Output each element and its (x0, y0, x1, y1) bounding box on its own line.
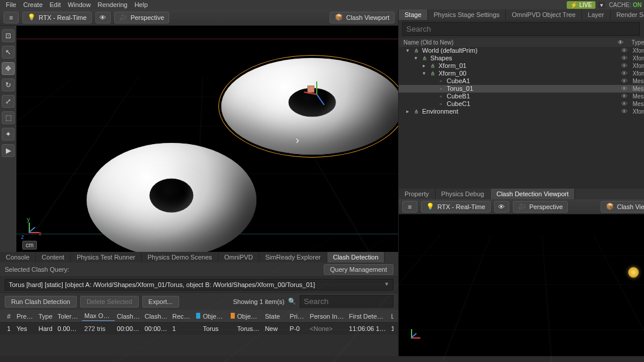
tool-play[interactable]: ▶ (2, 144, 15, 157)
cvp-eye-button[interactable] (494, 201, 509, 213)
visibility-icon[interactable]: 👁 (619, 54, 631, 62)
tree-row-xform-01[interactable]: ▸⋔Xform_01👁Xform (399, 62, 644, 70)
tree-twisty-icon[interactable]: ▾ (405, 47, 410, 54)
visibility-icon[interactable]: 👁 (619, 62, 631, 70)
tree-twisty-icon[interactable]: ▾ (421, 70, 427, 77)
cell-overlaps: 272 tris (82, 324, 115, 333)
tool-select-box[interactable]: ⊡ (2, 29, 15, 42)
visibility-icon[interactable]: 👁 (619, 77, 631, 85)
gizmo-y-axis[interactable] (316, 81, 317, 94)
cvp-camera-button[interactable]: Perspective (513, 201, 568, 213)
tab-render-settings[interactable]: Render Settings (611, 9, 644, 20)
col-present[interactable]: Present (14, 312, 36, 321)
tool-pointer[interactable]: ↖ (2, 46, 15, 59)
tab-property[interactable]: Property (399, 189, 436, 199)
tool-move[interactable]: ✥ (2, 62, 15, 75)
tab-physics-test-runner[interactable]: Physics Test Runner (71, 252, 142, 262)
run-clash-button[interactable]: Run Clash Detection (5, 296, 77, 308)
visibility-icon[interactable]: 👁 (619, 85, 631, 93)
delete-selected-button[interactable]: Delete Selected (80, 296, 139, 308)
tree-row-xform-00[interactable]: ▾⋔Xform_00👁Xform (399, 70, 644, 77)
tool-snap[interactable]: ⬚ (2, 111, 15, 124)
col-max-overlaps[interactable]: Max Overlaps (82, 311, 115, 321)
visibility-icon[interactable]: 👁 (619, 108, 631, 115)
tree-row-cubec1[interactable]: ▫CubeC1👁Mesh (399, 100, 644, 108)
tool-rotate[interactable]: ↻ (2, 78, 15, 91)
tree-twisty-icon[interactable]: ▾ (413, 54, 419, 62)
menu-window[interactable]: Window (64, 1, 94, 8)
menu-help[interactable]: Help (131, 1, 152, 8)
vp-settings-icon[interactable]: ≡ (4, 12, 19, 23)
tree-row-torus-01[interactable]: ▫Torus_01👁Mesh (399, 85, 644, 93)
tab-stage[interactable]: Stage (399, 9, 428, 20)
cvp-rtx-button[interactable]: RTX - Real-Time (421, 201, 491, 213)
visibility-icon[interactable]: 👁 (619, 70, 631, 77)
tree-row-environment[interactable]: ▸⋔Environment👁Xform (399, 108, 644, 115)
cvp-settings-icon[interactable]: ≡ (402, 201, 417, 213)
tree-row-shapes[interactable]: ▾⋔Shapes👁Xform (399, 54, 644, 62)
visibility-icon[interactable]: 👁 (619, 93, 631, 100)
tree-twisty-icon[interactable]: ▸ (421, 62, 427, 70)
gizmo-z-axis[interactable] (316, 94, 324, 105)
clash-icon (606, 203, 614, 210)
tab-omnipvd-object-tree[interactable]: OmniPVD Object Tree (506, 9, 582, 20)
eye-icon (100, 14, 106, 21)
tree-prim-icon: ⋔ (421, 54, 428, 62)
axis-y-label: y (27, 216, 30, 223)
camera-mode-button[interactable]: Perspective (114, 12, 169, 23)
col-clash-start[interactable]: Clash Start (115, 312, 142, 321)
tree-row-cubea1[interactable]: ▫CubeA1👁Mesh (399, 77, 644, 85)
tab-physics-stage-settings[interactable]: Physics Stage Settings (428, 9, 506, 20)
cell-type: Hard (36, 324, 56, 333)
col-index[interactable]: # (5, 312, 14, 321)
eye-visibility-button[interactable] (95, 12, 111, 23)
filter-icon[interactable]: ▼ (642, 26, 644, 33)
viewport-play-icon[interactable]: › (296, 134, 299, 146)
col-clash-end[interactable]: Clash End (142, 312, 170, 321)
stage-tree[interactable]: ▾⋔World (defaultPrim)👁Xform▾⋔Shapes👁Xfor… (399, 47, 644, 189)
clash-axis-widget[interactable] (405, 327, 422, 344)
tab-layer[interactable]: Layer (582, 9, 611, 20)
eye-icon (498, 203, 505, 210)
tree-prim-icon: ▫ (437, 93, 444, 100)
col-tolerance[interactable]: Tolerance (55, 312, 82, 321)
tab-console[interactable]: Console (0, 252, 36, 262)
menu-rendering[interactable]: Rendering (94, 1, 131, 8)
menu-file[interactable]: File (2, 1, 20, 8)
axis-widget[interactable]: y x z (22, 221, 40, 239)
tree-item-type: Xform (633, 47, 644, 54)
menubar: File Create Edit Window Rendering Help L… (0, 0, 644, 9)
light-gizmo-icon[interactable] (628, 267, 639, 278)
tree-item-name: Environment (422, 108, 616, 115)
cell-present: Yes (14, 324, 36, 333)
menu-edit[interactable]: Edit (46, 1, 64, 8)
visibility-icon[interactable]: 👁 (619, 100, 631, 108)
menu-create[interactable]: Create (20, 1, 46, 8)
export-button[interactable]: Export... (142, 296, 179, 308)
stage-search-input[interactable] (402, 22, 640, 36)
tool-scale[interactable]: ⤢ (2, 95, 15, 108)
tab-physics-debug[interactable]: Physics Debug (436, 189, 491, 199)
live-badge[interactable]: LIVE (567, 1, 595, 9)
tool-physics[interactable]: ✦ (2, 128, 15, 141)
clash-viewport-button[interactable]: Clash Viewport (330, 12, 395, 23)
clash-viewport-3d[interactable] (399, 214, 644, 356)
cvp-clash-button[interactable]: Clash Viewport (601, 201, 644, 213)
viewport-3d[interactable]: › y x z cm (16, 26, 398, 252)
tree-row-world-defaultprim-[interactable]: ▾⋔World (defaultPrim)👁Xform (399, 47, 644, 54)
tab-physics-demo-scenes[interactable]: Physics Demo Scenes (142, 252, 218, 262)
transform-gizmo[interactable] (303, 81, 329, 107)
tree-row-cubeb1[interactable]: ▫CubeB1👁Mesh (399, 93, 644, 100)
tab-content[interactable]: Content (36, 252, 71, 262)
live-dropdown[interactable]: ▾ (598, 2, 605, 8)
torus-object-a[interactable] (87, 143, 256, 252)
stage-header-name[interactable]: Name (Old to New) (403, 39, 618, 46)
unit-badge[interactable]: cm (22, 241, 37, 250)
rtx-mode-button[interactable]: RTX - Real-Time (22, 12, 92, 23)
tab-clash-detection-viewport[interactable]: Clash Detection Viewport (491, 189, 575, 199)
stage-header-type[interactable]: Type (632, 39, 644, 46)
visibility-icon[interactable]: 👁 (619, 47, 631, 54)
tab-omnipvd[interactable]: OmniPVD (218, 252, 259, 262)
tree-twisty-icon[interactable]: ▸ (405, 108, 410, 115)
col-type[interactable]: Type (36, 312, 56, 321)
